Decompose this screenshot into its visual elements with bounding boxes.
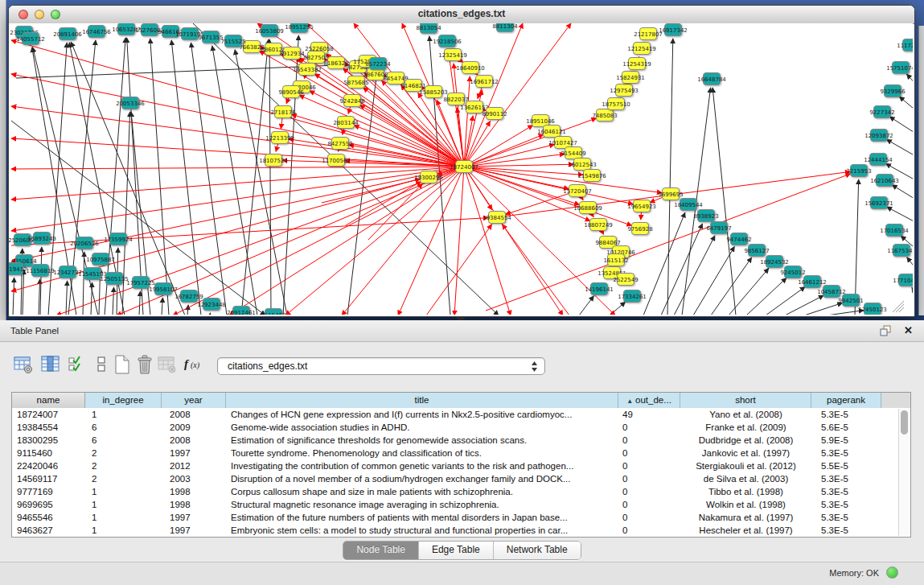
graph-node[interactable]: 16461212	[798, 276, 827, 288]
cell-year[interactable]: 1997	[162, 511, 226, 524]
graph-node[interactable]: 9227342	[869, 106, 894, 118]
column-header-pagerank[interactable]: pagerank	[811, 393, 881, 408]
cell-name[interactable]: 18300295	[12, 434, 85, 447]
tab-network-table[interactable]: Network Table	[494, 542, 581, 559]
cell-in_degree[interactable]: 1	[85, 498, 162, 511]
column-header-name[interactable]: name	[12, 393, 85, 408]
graph-node[interactable]: 16746756	[82, 26, 111, 38]
cell-out_de[interactable]: 0	[618, 434, 680, 447]
graph-node[interactable]: 16210643	[870, 175, 899, 187]
cell-title[interactable]: Changes of HCN gene expression and I(f) …	[226, 408, 618, 421]
graph-node[interactable]: 9699695	[658, 188, 683, 200]
graph-node[interactable]: 9242848	[339, 95, 364, 107]
graph-node[interactable]: 20206526	[70, 237, 99, 249]
graph-node[interactable]: 10688609	[573, 202, 602, 214]
cell-title[interactable]: Estimation of significance thresholds fo…	[226, 434, 618, 447]
cell-in_degree[interactable]: 1	[85, 408, 162, 421]
cell-year[interactable]: 2012	[162, 459, 226, 472]
graph-node[interactable]: 19384554	[483, 212, 511, 224]
merge-rows-icon[interactable]	[91, 354, 112, 375]
cell-title[interactable]: Genome-wide association studies in ADHD.	[226, 421, 618, 434]
graph-node[interactable]: 8938923	[693, 210, 718, 222]
column-header-in_degree[interactable]: in_degree	[85, 393, 162, 408]
table-row[interactable]: 2242004622012Investigating the contribut…	[12, 459, 910, 472]
graph-node[interactable]: 8813054	[416, 23, 441, 34]
cell-out_de[interactable]: 0	[618, 485, 680, 498]
graph-node[interactable]: 17334261	[618, 290, 647, 303]
graph-node[interactable]: 11254319	[622, 58, 651, 70]
graph-node[interactable]: 8427552	[327, 138, 352, 150]
citation-network-graph[interactable]: 7663822886012889129342522605898275058186…	[9, 23, 913, 315]
cell-short[interactable]: Wolkin et al. (1998)	[680, 498, 811, 511]
cell-out_de[interactable]: 0	[618, 447, 680, 459]
graph-node[interactable]: 9329966	[880, 85, 906, 97]
cell-pagerank[interactable]: 5.3E-5	[811, 498, 881, 511]
table-row[interactable]: 1830029562008Estimation of significance …	[12, 434, 910, 447]
table-row[interactable]: 1938455462009Genome-wide association stu…	[12, 421, 910, 434]
table-row[interactable]: 911546021997Tourette syndrome. Phenomeno…	[12, 447, 910, 459]
cell-out_de[interactable]: 0	[618, 472, 680, 485]
graph-node[interactable]: 18409544	[674, 199, 703, 211]
cell-pagerank[interactable]: 5.6E-5	[811, 421, 881, 434]
table-row[interactable]: 977716911998Corpus callosum shape and si…	[12, 485, 910, 498]
table-row[interactable]: 946362711997Embryonic stem cells: a mode…	[12, 524, 910, 537]
table-row[interactable]: 969969511998Structural magnetic resonanc…	[12, 498, 910, 511]
table-row[interactable]: 946554611997Estimation of the future num…	[12, 511, 910, 524]
graph-node[interactable]: 16053809	[255, 25, 284, 37]
cell-pagerank[interactable]: 5.3E-5	[811, 447, 881, 459]
cell-name[interactable]: 18724007	[12, 408, 85, 421]
graph-node[interactable]: 19218506	[433, 35, 462, 47]
graph-node[interactable]: 12325419	[438, 49, 467, 61]
cell-title[interactable]: Embryonic stem cells: a model to study s…	[226, 524, 618, 537]
graph-node[interactable]: 16917342	[659, 24, 688, 36]
graph-node[interactable]: 18951295	[285, 23, 314, 33]
cell-year[interactable]: 1998	[162, 498, 226, 511]
graph-node[interactable]: 15824931	[616, 72, 645, 84]
cell-short[interactable]: Nakamura et al. (1997)	[680, 511, 811, 524]
cell-year[interactable]: 2008	[162, 434, 226, 447]
graph-node[interactable]: 3215953	[846, 165, 871, 177]
cell-in_degree[interactable]: 1	[85, 524, 162, 537]
cell-year[interactable]: 1998	[162, 485, 226, 498]
select-columns-icon[interactable]	[40, 354, 61, 375]
graph-node[interactable]: 18640910	[456, 62, 485, 74]
cell-year[interactable]: 1997	[162, 447, 226, 459]
cell-year[interactable]: 1997	[162, 524, 226, 537]
graph-node[interactable]: 12975493	[610, 84, 639, 97]
graph-node[interactable]: 8811304	[492, 23, 518, 32]
graph-node[interactable]: 2803144	[333, 117, 359, 129]
graph-node[interactable]: 15751074	[886, 62, 913, 74]
graph-node[interactable]: 15692371	[864, 197, 893, 209]
cell-in_degree[interactable]: 2	[85, 472, 162, 485]
cell-in_degree[interactable]: 6	[85, 434, 162, 447]
graph-node[interactable]: 9942501	[838, 295, 863, 307]
cell-in_degree[interactable]: 6	[85, 421, 162, 434]
tab-node-table[interactable]: Node Table	[343, 542, 419, 559]
table-row[interactable]: 1872400712008Changes of HCN gene express…	[12, 408, 910, 421]
column-header-year[interactable]: year	[162, 393, 226, 408]
graph-node[interactable]: 12923448	[197, 299, 226, 311]
graph-node[interactable]: 18924532	[760, 256, 789, 268]
cell-in_degree[interactable]: 2	[85, 447, 162, 459]
graph-node[interactable]: 16961712	[470, 76, 499, 88]
cell-name[interactable]: 9777169	[12, 485, 85, 498]
window-titlebar[interactable]: citations_edges.txt	[9, 6, 914, 24]
graph-node[interactable]: 18757510	[602, 98, 630, 110]
cell-name[interactable]: 9465546	[12, 511, 85, 524]
graph-node[interactable]: 10458712	[817, 286, 846, 298]
graph-node[interactable]: 11172561	[897, 39, 913, 51]
row-checklist-icon[interactable]	[67, 354, 88, 375]
cell-pagerank[interactable]: 5.3E-5	[811, 511, 881, 524]
table-row[interactable]: 1456911722003Disruption of a novel membe…	[12, 472, 910, 485]
graph-node[interactable]: 16648784	[697, 73, 726, 85]
graph-node[interactable]: 11549876	[577, 170, 606, 182]
graph-node[interactable]: 20891406	[53, 28, 82, 40]
graph-node[interactable]: 8912934	[279, 47, 305, 60]
graph-node[interactable]: 9856127	[744, 245, 769, 257]
column-header-out_de[interactable]: ▲out_de...	[618, 393, 680, 408]
cell-name[interactable]: 19384554	[12, 421, 85, 434]
graph-node[interactable]: 18107524	[259, 154, 288, 167]
column-header-title[interactable]: title	[226, 393, 618, 408]
graph-node[interactable]: 12093872	[864, 130, 893, 142]
graph-node[interactable]: 11675341	[887, 245, 913, 257]
